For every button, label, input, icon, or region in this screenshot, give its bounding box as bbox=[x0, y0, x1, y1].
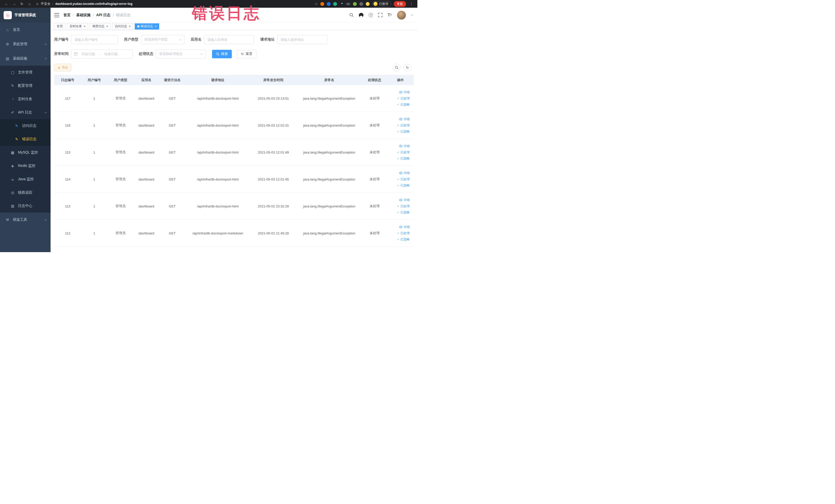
check-icon: ✓ bbox=[397, 205, 400, 208]
user-id-input[interactable] bbox=[71, 35, 118, 44]
cell-actions: 详细 ✓已处理 ✓已忽略 bbox=[387, 198, 414, 215]
sidebar-item-file-management[interactable]: ▢ 文件管理 bbox=[0, 66, 50, 79]
access-log-icon: ✎ bbox=[14, 124, 19, 128]
address-bar[interactable]: ⚠ 不安全 | dashboard.yudao.iocoder.cn/infra… bbox=[36, 2, 314, 6]
sidebar-item-redis-monitor[interactable]: ◈ Redis 监控 bbox=[0, 159, 50, 173]
sidebar-item-system-management[interactable]: ⚙ 系统管理 bbox=[0, 37, 50, 52]
sidebar-item-infrastructure[interactable]: ▤ 基础设施 bbox=[0, 52, 50, 66]
breadcrumb-item-home[interactable]: 首页 bbox=[63, 13, 70, 18]
date-range-picker[interactable]: - bbox=[71, 49, 133, 59]
extension-icon-paw[interactable] bbox=[359, 2, 363, 6]
export-button[interactable]: 导出 bbox=[54, 64, 72, 72]
cell-exception: java.lang.IllegalArgumentException bbox=[297, 204, 362, 208]
ignored-link[interactable]: ✓已忽略 bbox=[397, 129, 410, 134]
timer-icon: ◔ bbox=[10, 97, 15, 101]
sidebar-item-log-center[interactable]: ▥ 日志中心 bbox=[0, 199, 50, 213]
column-header-log-id: 日志编号 bbox=[54, 78, 81, 82]
sidebar-toggle-icon[interactable] bbox=[54, 13, 59, 17]
bookmark-star-icon[interactable]: ☆ bbox=[315, 2, 318, 6]
extension-icon-orange[interactable] bbox=[320, 2, 324, 6]
refresh-table-button[interactable]: ↻ bbox=[404, 64, 411, 72]
update-button[interactable]: 更新 bbox=[394, 1, 406, 7]
ignored-link[interactable]: ✓已忽略 bbox=[397, 102, 410, 107]
tab-scheduled-jobs[interactable]: 定时任务 × bbox=[67, 23, 88, 29]
close-icon[interactable]: × bbox=[129, 25, 131, 28]
reload-icon[interactable]: ↻ bbox=[19, 1, 25, 7]
extension-icon-blue[interactable] bbox=[327, 2, 331, 6]
sidebar-item-java-monitor[interactable]: ☕ Java 监控 bbox=[0, 173, 50, 186]
detail-link[interactable]: 详细 bbox=[399, 117, 410, 121]
start-date-input[interactable] bbox=[79, 52, 98, 56]
detail-link[interactable]: 详细 bbox=[399, 144, 410, 148]
sidebar-item-mysql-monitor[interactable]: ▦ MySQL 监控 bbox=[0, 146, 50, 159]
column-header-app-name: 应用名 bbox=[134, 78, 159, 82]
sidebar-item-api-logs[interactable]: ✐ API 日志 bbox=[0, 106, 50, 119]
detail-link[interactable]: 详细 bbox=[399, 171, 410, 175]
app-name-input[interactable] bbox=[204, 35, 254, 44]
extension-badge[interactable]: on bbox=[346, 3, 350, 5]
sidebar-item-home[interactable]: ⌂ 首页 bbox=[0, 23, 50, 37]
processed-link[interactable]: ✓已处理 bbox=[397, 150, 410, 155]
font-size-icon[interactable]: TT bbox=[388, 13, 392, 18]
tab-home[interactable]: 首页 bbox=[54, 23, 65, 29]
sidebar-item-dev-tools[interactable]: ⚒ 研发工具 bbox=[0, 213, 50, 227]
extension-icon-green[interactable] bbox=[333, 2, 337, 6]
close-icon[interactable]: × bbox=[106, 25, 108, 28]
chrome-menu-icon[interactable]: ⋮ bbox=[409, 2, 414, 6]
reset-button[interactable]: ↻ 重置 bbox=[237, 50, 257, 58]
sidebar-item-tracing[interactable]: ◎ 链路追踪 bbox=[0, 186, 50, 199]
back-icon[interactable]: ← bbox=[3, 1, 10, 7]
tab-error-log[interactable]: 错误日志 × bbox=[135, 23, 159, 29]
forward-icon[interactable]: → bbox=[11, 1, 18, 7]
sidebar-item-config-management[interactable]: ✎ 配置管理 bbox=[0, 79, 50, 93]
sidebar-item-access-log[interactable]: ✎ 访问日志 bbox=[0, 119, 50, 133]
ignored-link[interactable]: ✓已忽略 bbox=[397, 237, 410, 242]
breadcrumb-item-infrastructure[interactable]: 基础设施 bbox=[76, 13, 90, 18]
fullscreen-icon[interactable] bbox=[378, 13, 383, 17]
processed-link[interactable]: ✓已处理 bbox=[397, 177, 410, 182]
avatar[interactable] bbox=[397, 11, 406, 20]
sidebar-item-label: 定时任务 bbox=[18, 97, 46, 101]
paused-button[interactable]: 已暂停 bbox=[372, 1, 391, 7]
breadcrumb-item-api-logs[interactable]: API 日志 bbox=[96, 13, 110, 18]
detail-link[interactable]: 详细 bbox=[399, 198, 410, 202]
help-icon[interactable]: ? bbox=[369, 13, 373, 17]
profile-avatar-icon[interactable] bbox=[366, 2, 370, 6]
logo bbox=[4, 11, 12, 19]
home-icon[interactable]: ⌂ bbox=[26, 1, 33, 7]
processed-link[interactable]: ✓已处理 bbox=[397, 231, 410, 236]
tab-access-log[interactable]: 访问日志 × bbox=[112, 23, 133, 29]
ignored-link[interactable]: ✓已忽略 bbox=[397, 210, 410, 215]
sidebar-item-label: 系统管理 bbox=[13, 42, 45, 46]
ignored-link[interactable]: ✓已忽略 bbox=[397, 156, 410, 161]
tab-job-log[interactable]: 调度日志 × bbox=[89, 23, 110, 29]
cell-user-id: 1 bbox=[81, 123, 107, 127]
detail-link[interactable]: 详细 bbox=[399, 225, 410, 229]
search-icon[interactable] bbox=[349, 13, 354, 17]
request-url-input[interactable] bbox=[277, 35, 327, 44]
logo-row[interactable]: 芋道管理系统 bbox=[0, 8, 50, 23]
cell-app-name: dashboard bbox=[134, 231, 159, 235]
extension-icon-leaf[interactable] bbox=[353, 2, 357, 6]
sidebar-item-error-log[interactable]: ✎ 错误日志 bbox=[0, 133, 50, 146]
ignored-link[interactable]: ✓已忽略 bbox=[397, 183, 410, 188]
sidebar-item-scheduled-jobs[interactable]: ◔ 定时任务 bbox=[0, 93, 50, 106]
app-name-label: 应用名 bbox=[191, 37, 202, 42]
cell-user-type: 管理员 bbox=[107, 231, 134, 236]
user-type-select[interactable]: 请选择用户类型 bbox=[141, 35, 185, 44]
toggle-search-button[interactable] bbox=[393, 64, 401, 72]
processed-link[interactable]: ✓已处理 bbox=[397, 96, 410, 101]
github-icon[interactable] bbox=[359, 13, 364, 18]
search-button[interactable]: 搜索 bbox=[212, 50, 232, 58]
close-icon[interactable]: × bbox=[155, 25, 157, 28]
end-date-input[interactable] bbox=[101, 52, 121, 56]
close-icon[interactable]: × bbox=[84, 25, 85, 28]
process-status-select[interactable]: 请选择处理状态 bbox=[156, 49, 206, 59]
url-text: dashboard.yudao.iocoder.cn/infra/log/api… bbox=[55, 2, 133, 6]
detail-link[interactable]: 详细 bbox=[399, 90, 410, 95]
avatar-caret-icon[interactable] bbox=[411, 13, 413, 15]
extension-icon-grid[interactable] bbox=[340, 2, 343, 6]
processed-link[interactable]: ✓已处理 bbox=[397, 204, 410, 208]
sidebar-item-label: Redis 监控 bbox=[18, 164, 46, 168]
processed-link[interactable]: ✓已处理 bbox=[397, 123, 410, 127]
